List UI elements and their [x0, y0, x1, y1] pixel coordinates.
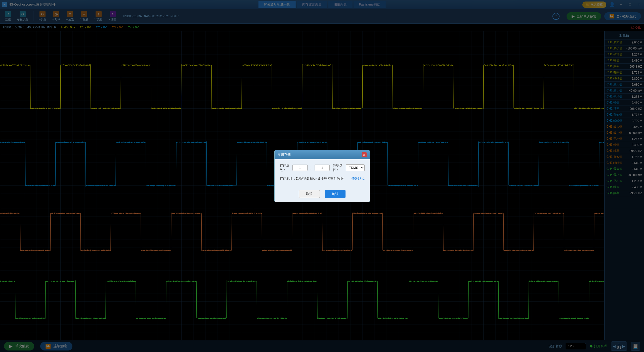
type-select[interactable]: TDMS CSV MAT — [346, 164, 365, 171]
dialog-close-button[interactable]: × — [362, 152, 367, 157]
dialog-path-row: 存储地址：D:\测试数据\示波器程控软件数据 修改路径 — [280, 176, 365, 181]
dialog-dash: -- — [311, 164, 312, 171]
type-select-label: 类型选择： — [333, 163, 342, 172]
path-label: 存储地址：D:\测试数据\示波器程控软件数据 — [280, 177, 344, 180]
dialog-title: 波形存储 — [278, 153, 291, 157]
dialog-overlay: 波形存储 × 存储屏数： -- 类型选择： TDMS CSV MAT 存储地址：… — [0, 0, 644, 352]
change-path-link[interactable]: 修改路径 — [352, 176, 365, 181]
storage-to-input[interactable] — [315, 165, 330, 171]
dialog-footer: 取消 确认 — [275, 187, 370, 202]
dialog-body: 存储屏数： -- 类型选择： TDMS CSV MAT 存储地址：D:\测试数据… — [275, 159, 370, 187]
confirm-button[interactable]: 确认 — [325, 190, 346, 198]
dialog-storage-row: 存储屏数： -- 类型选择： TDMS CSV MAT — [280, 163, 365, 172]
cancel-button[interactable]: 取消 — [299, 190, 320, 198]
dialog-header: 波形存储 × — [275, 150, 370, 159]
save-dialog: 波形存储 × 存储屏数： -- 类型选择： TDMS CSV MAT 存储地址：… — [274, 150, 370, 202]
storage-count-label: 存储屏数： — [280, 163, 289, 172]
storage-from-input[interactable] — [292, 165, 308, 171]
